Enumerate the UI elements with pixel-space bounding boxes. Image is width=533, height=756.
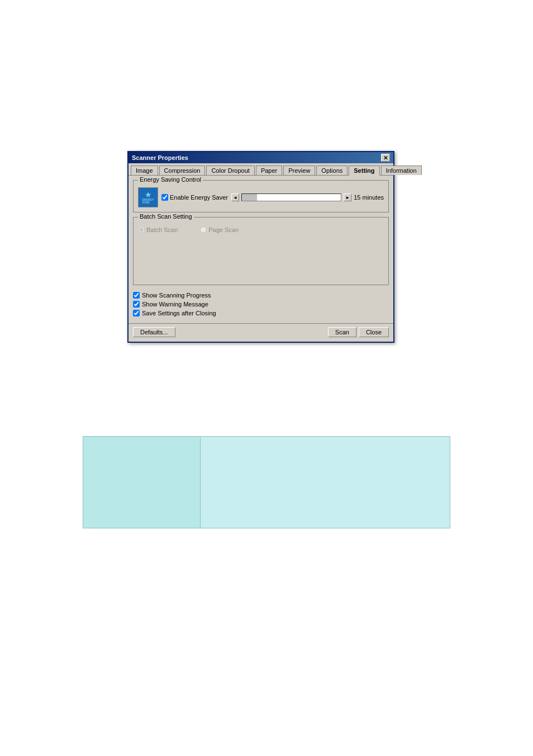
show-scanning-progress-checkbox[interactable] — [133, 292, 140, 299]
batch-scan-radio-row: Batch Scan Page Scan — [138, 224, 384, 235]
show-scanning-progress-label[interactable]: Show Scanning Progress — [133, 292, 389, 299]
tab-setting[interactable]: Setting — [349, 166, 379, 176]
spacer-area — [138, 235, 384, 280]
slider-value-label: 15 minutes — [354, 194, 384, 201]
defaults-button[interactable]: Defaults... — [133, 327, 175, 337]
tab-paper[interactable]: Paper — [256, 166, 282, 175]
scan-button[interactable]: Scan — [328, 327, 356, 337]
slider-track[interactable] — [241, 193, 341, 201]
dialog-content: Energy Saving Control ★ ENERGYSTAR Enabl… — [129, 176, 393, 323]
dialog-titlebar: Scanner Properties ✕ — [129, 152, 393, 163]
show-warning-message-label[interactable]: Show Warning Message — [133, 301, 389, 308]
enable-energy-saver-label[interactable]: Enable Energy Saver — [161, 194, 228, 201]
slider-fill — [242, 194, 257, 201]
enable-energy-saver-checkbox[interactable] — [161, 194, 168, 201]
energy-star-logo: ★ ENERGYSTAR — [138, 187, 158, 207]
save-settings-after-closing-text: Save Settings after Closing — [142, 310, 216, 316]
table-left-column — [83, 437, 201, 528]
checkboxes-section: Show Scanning Progress Show Warning Mess… — [133, 290, 389, 319]
tab-color-dropout[interactable]: Color Dropout — [206, 166, 254, 175]
tab-image[interactable]: Image — [131, 166, 158, 175]
slider-left-arrow[interactable]: ◄ — [231, 193, 239, 201]
dialog-buttons: Defaults... Scan Close — [129, 323, 393, 342]
save-settings-after-closing-label[interactable]: Save Settings after Closing — [133, 310, 389, 316]
close-window-button[interactable]: ✕ — [381, 154, 390, 162]
show-scanning-progress-text: Show Scanning Progress — [142, 292, 211, 299]
batch-scan-group: Batch Scan Setting Batch Scan Page Scan — [133, 217, 389, 285]
energy-saving-group: Energy Saving Control ★ ENERGYSTAR Enabl… — [133, 180, 389, 212]
page-scan-radio[interactable] — [200, 226, 207, 233]
energy-saving-title: Energy Saving Control — [138, 176, 203, 183]
bottom-table — [83, 436, 450, 528]
slider-container: ◄ ► 15 minutes — [231, 193, 384, 201]
show-warning-message-text: Show Warning Message — [142, 301, 208, 308]
dialog-tabs: Image Compression Color Dropout Paper Pr… — [129, 163, 393, 176]
table-right-column — [201, 437, 450, 528]
buttons-right: Scan Close — [328, 327, 389, 337]
energy-row: ★ ENERGYSTAR Enable Energy Saver ◄ — [138, 187, 384, 207]
tab-preview[interactable]: Preview — [283, 166, 315, 175]
show-warning-message-checkbox[interactable] — [133, 301, 140, 308]
save-settings-after-closing-checkbox[interactable] — [133, 310, 140, 316]
scanner-properties-dialog: Scanner Properties ✕ Image Compression C… — [127, 151, 394, 343]
tab-compression[interactable]: Compression — [159, 166, 206, 175]
enable-energy-saver-text: Enable Energy Saver — [170, 194, 228, 201]
slider-right-arrow[interactable]: ► — [344, 193, 351, 201]
close-button[interactable]: Close — [359, 327, 389, 337]
batch-scan-text: Batch Scan — [146, 226, 178, 233]
energy-star-text: ENERGYSTAR — [142, 199, 154, 204]
batch-scan-radio-label[interactable]: Batch Scan — [138, 226, 178, 233]
star-icon: ★ — [145, 191, 152, 199]
page-scan-text: Page Scan — [208, 226, 239, 233]
dialog-title: Scanner Properties — [132, 154, 188, 161]
batch-scan-title: Batch Scan Setting — [138, 213, 194, 220]
tab-options[interactable]: Options — [316, 166, 348, 175]
tab-information[interactable]: Information — [381, 166, 422, 175]
page-scan-radio-label[interactable]: Page Scan — [200, 226, 239, 233]
batch-scan-radio[interactable] — [138, 226, 145, 233]
